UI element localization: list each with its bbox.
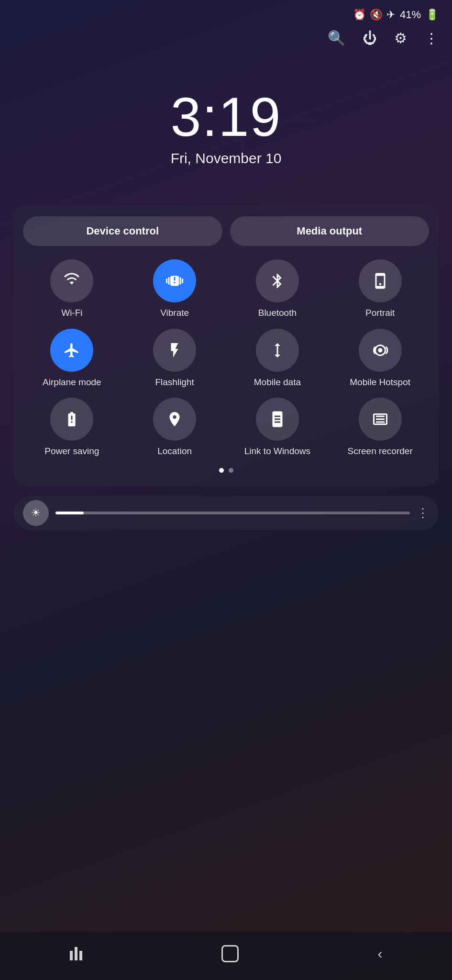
wifi-icon-container — [50, 259, 93, 302]
back-button[interactable]: ‹ — [378, 946, 383, 962]
airplane-status-icon: ✈ — [386, 9, 395, 21]
power-saving-icon — [63, 411, 80, 428]
tile-power-saving[interactable]: Power saving — [23, 398, 121, 457]
tile-vibrate[interactable]: Vibrate — [126, 259, 224, 319]
pagination-dot-1 — [229, 468, 233, 473]
tile-location[interactable]: Location — [126, 398, 224, 457]
more-button[interactable]: ⋮ — [424, 30, 439, 46]
screen-recorder-icon — [372, 411, 389, 428]
battery-icon: 🔋 — [426, 9, 439, 21]
alarm-icon: ⏰ — [353, 9, 366, 21]
brightness-more-button[interactable]: ⋮ — [417, 506, 429, 521]
vibrate-icon — [166, 272, 183, 290]
brightness-icon: ☀ — [31, 507, 41, 519]
tiles-grid: Wi-Fi Vibrate Bluetooth — [23, 259, 429, 457]
bluetooth-label: Bluetooth — [258, 307, 297, 319]
search-button[interactable]: 🔍 — [328, 30, 345, 46]
clock-area: 3:19 Fri, November 10 — [0, 89, 452, 167]
location-icon-container — [153, 398, 196, 441]
hotspot-label: Mobile Hotspot — [350, 377, 410, 389]
screen-recorder-icon-container — [359, 398, 402, 441]
tile-portrait[interactable]: Portrait — [331, 259, 429, 319]
brightness-knob: ☀ — [23, 500, 49, 526]
link-windows-icon-container — [256, 398, 299, 441]
vibrate-label: Vibrate — [160, 307, 189, 319]
airplane-mode-icon — [63, 342, 80, 359]
brightness-track[interactable] — [55, 512, 410, 514]
tile-link-windows[interactable]: Link to Windows — [229, 398, 327, 457]
clock-date: Fri, November 10 — [171, 150, 282, 167]
pagination-dot-0 — [219, 468, 224, 473]
airplane-label: Airplane mode — [43, 377, 101, 389]
brightness-fill — [55, 512, 84, 514]
hotspot-icon-container — [359, 329, 402, 372]
link-windows-label: Link to Windows — [244, 445, 310, 457]
tile-airplane[interactable]: Airplane mode — [23, 329, 121, 389]
screen-recorder-label: Screen recorder — [348, 445, 413, 457]
flashlight-label: Flashlight — [155, 377, 194, 389]
mute-icon: 🔇 — [370, 9, 383, 21]
wifi-label: Wi-Fi — [61, 307, 82, 319]
flashlight-icon — [166, 342, 183, 359]
recents-button[interactable] — [70, 947, 82, 960]
pagination-dots — [23, 468, 429, 473]
settings-button[interactable]: ⚙ — [394, 30, 407, 46]
qs-tabs: Device control Media output — [23, 216, 429, 246]
quick-settings-panel: Device control Media output Wi-Fi Vibrat… — [13, 205, 439, 486]
bluetooth-icon — [269, 272, 286, 290]
battery-text: 41% — [400, 9, 421, 21]
flashlight-icon-container — [153, 329, 196, 372]
portrait-icon — [372, 272, 389, 290]
vibrate-icon-container — [153, 259, 196, 302]
bluetooth-icon-container — [256, 259, 299, 302]
status-icons: ⏰ 🔇 ✈ — [353, 9, 395, 21]
brightness-bar[interactable]: ☀ ⋮ — [13, 496, 439, 530]
nav-bar: ‹ — [0, 932, 452, 980]
location-icon — [166, 411, 183, 428]
power-saving-icon-container — [50, 398, 93, 441]
tile-flashlight[interactable]: Flashlight — [126, 329, 224, 389]
power-button[interactable]: ⏻ — [363, 30, 377, 46]
tile-screen-recorder[interactable]: Screen recorder — [331, 398, 429, 457]
power-saving-label: Power saving — [44, 445, 99, 457]
tile-hotspot[interactable]: Mobile Hotspot — [331, 329, 429, 389]
portrait-icon-container — [359, 259, 402, 302]
tab-media-output[interactable]: Media output — [230, 216, 430, 246]
hotspot-icon — [372, 342, 389, 359]
portrait-label: Portrait — [365, 307, 395, 319]
top-actions: 🔍 ⏻ ⚙ ⋮ — [0, 25, 452, 51]
tab-device-control[interactable]: Device control — [23, 216, 222, 246]
home-button[interactable] — [221, 945, 239, 962]
airplane-icon-container — [50, 329, 93, 372]
tile-mobile-data[interactable]: Mobile data — [229, 329, 327, 389]
status-bar: ⏰ 🔇 ✈ 41% 🔋 — [0, 0, 452, 25]
link-windows-icon — [269, 411, 286, 428]
wifi-icon — [63, 272, 80, 290]
location-label: Location — [157, 445, 192, 457]
mobile-data-label: Mobile data — [254, 377, 301, 389]
tile-wifi[interactable]: Wi-Fi — [23, 259, 121, 319]
mobile-data-icon — [269, 342, 286, 359]
tile-bluetooth[interactable]: Bluetooth — [229, 259, 327, 319]
clock-time: 3:19 — [171, 89, 282, 145]
mobile-data-icon-container — [256, 329, 299, 372]
